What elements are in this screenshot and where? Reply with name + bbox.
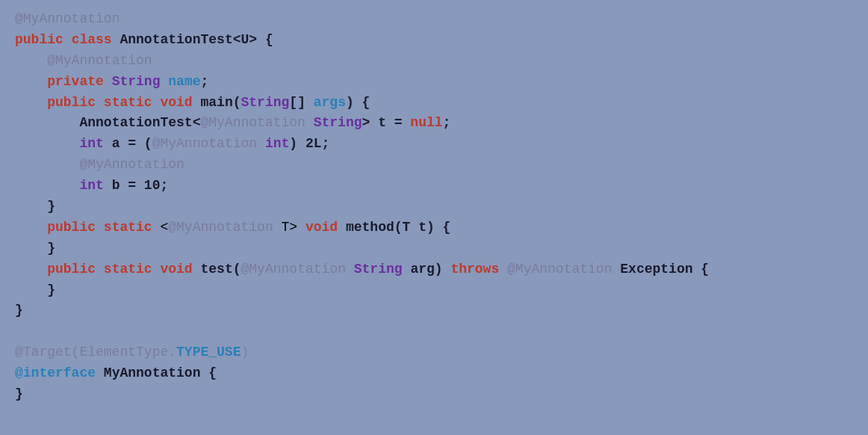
kw-public-3: public [47,220,96,235]
var-t: t = [378,115,410,130]
code-line-17: @Target(ElementType.TYPE_USE) [15,342,853,363]
param-arg: arg) [410,262,450,277]
annotation-7: @MyAnnotation [241,262,346,277]
literal-2l: 2L; [306,136,329,151]
cast-end: ) [289,136,306,151]
bracket-1: [] [289,95,306,110]
type-string-4: String [354,262,403,277]
code-line-13: public static void test(@MyAnnotation St… [15,259,853,280]
kw-static-2: static [104,220,152,235]
interface-name: MyAnnotation { [104,365,217,380]
gt-1: > [362,115,371,130]
code-line-15: } [15,300,853,321]
code-editor: @MyAnnotation public class AnnotationTes… [0,0,868,435]
code-line-14: } [15,280,853,301]
kw-void-3: void [160,262,192,277]
semi-2: ; [443,115,451,130]
code-line-18: @interface MyAnnotation { [15,363,853,384]
close-brace-5: } [15,386,23,401]
code-line-10: } [15,197,853,218]
annotation-6: @MyAnnotation [168,220,273,235]
field-name: name [168,74,200,89]
annotation-1: @MyAnnotation [15,11,120,26]
annotation-5: @MyAnnotation [79,157,184,172]
close-brace-2: } [47,241,55,256]
code-line-9: int b = 10; [15,176,853,197]
classname-annotationtest: AnnotationTest<U> { [120,32,273,47]
code-line-8: @MyAnnotation [15,155,853,176]
var-a: a = ( [112,136,152,151]
kw-static-3: static [104,262,152,277]
code-line-7: int a = (@MyAnnotation int) 2L; [15,134,853,155]
param-args: args [314,95,346,110]
code-line-12: } [15,238,853,259]
kw-class: class [72,32,112,47]
close-brace-3: } [47,283,55,297]
kw-private: private [47,74,104,89]
classname-2: AnnotationTest< [79,115,200,130]
code-line-11: public static <@MyAnnotation T> void met… [15,218,853,238]
annotation-2: @MyAnnotation [47,53,152,68]
code-line-6: AnnotationTest<@MyAnnotation String> t =… [15,113,853,134]
null-value: null [410,115,442,130]
close-brace-1: } [47,199,55,214]
type-use-const: TYPE_USE [176,345,241,360]
code-line-2: public class AnnotationTest<U> { [15,30,853,51]
method-test: test( [201,262,241,277]
type-string-2: String [241,95,290,110]
type-int-3: int [79,178,103,193]
kw-public-4: public [47,262,96,277]
type-int-1: int [79,136,103,151]
method-main: main( [201,95,241,110]
code-line-16 [15,321,853,342]
semicolon-1: ; [201,74,209,89]
type-string-1: String [112,74,161,89]
code-line-19: } [15,384,853,405]
code-line-4: private String name; [15,72,853,93]
annotation-3: @MyAnnotation [200,115,305,130]
code-line-3: @MyAnnotation [15,51,853,72]
method-method: method(T t) { [346,220,450,235]
annotation-target-close: ) [241,345,249,360]
type-string-3: String [314,115,362,130]
literal-10: 10; [144,178,168,193]
annotation-target: @Target(ElementType. [15,345,176,360]
code-line-1: @MyAnnotation [15,9,853,30]
kw-static-1: static [104,95,152,110]
annotation-4: @MyAnnotation [152,136,257,151]
close-brace-4: } [15,303,23,318]
paren-1: ) { [346,95,370,110]
kw-void-2: void [306,220,338,235]
exception-class: Exception { [620,262,709,277]
kw-interface: @interface [15,365,96,380]
code-line-5: public static void main(String[] args) { [15,93,853,114]
type-int-2: int [265,136,289,151]
annotation-8: @MyAnnotation [507,262,612,277]
kw-throws: throws [450,262,499,277]
kw-public-2: public [47,95,96,110]
kw-void-1: void [160,95,192,110]
var-b: b = [112,178,144,193]
kw-public: public [15,32,63,47]
